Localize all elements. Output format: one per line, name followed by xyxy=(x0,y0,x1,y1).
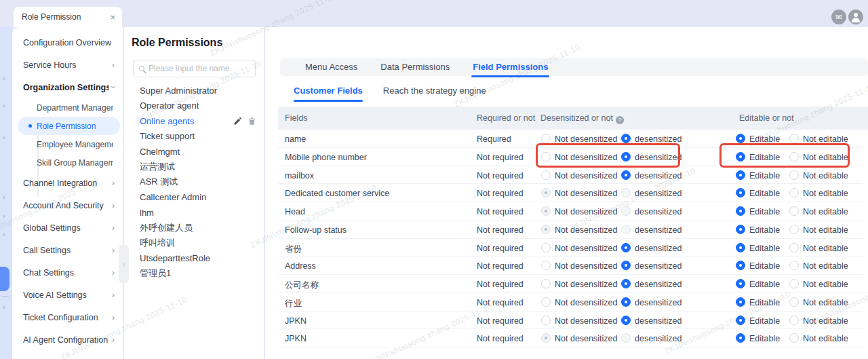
radio-not-editable[interactable] xyxy=(789,188,799,197)
chevron-right-icon: › xyxy=(3,193,5,200)
radio-desensitized[interactable] xyxy=(621,134,631,143)
mail-icon[interactable]: ✉ xyxy=(831,10,846,24)
radio-editable[interactable] xyxy=(736,225,745,234)
sidebar-item-voice-ai-settings[interactable]: Voice AI Settings› xyxy=(12,284,123,306)
role-item-呼叫培训[interactable]: 呼叫培训 xyxy=(124,235,264,251)
tab-data-permissions[interactable]: Data Permissions xyxy=(380,58,450,76)
radio-not-editable[interactable] xyxy=(789,297,799,307)
role-item-super-administrator[interactable]: Super Administrator xyxy=(124,83,264,98)
radio-desensitized[interactable] xyxy=(621,316,631,325)
radio-editable[interactable] xyxy=(736,170,745,180)
radio-desensitized[interactable] xyxy=(621,152,631,162)
radio-not-desensitized[interactable] xyxy=(541,134,551,143)
radio-desensitized[interactable] xyxy=(621,297,631,307)
required-value: Not required xyxy=(477,189,524,198)
radio-editable[interactable] xyxy=(736,188,745,197)
chevron-right-icon: › xyxy=(112,312,115,322)
sidebar-item-label: Channel Integration xyxy=(23,178,109,188)
chevron-right-icon: › xyxy=(3,134,5,140)
radio-not-editable[interactable] xyxy=(789,206,799,216)
radio-editable[interactable] xyxy=(736,297,745,307)
sidebar-item-department-management[interactable]: Department Management xyxy=(18,98,120,117)
edit-role-icon[interactable] xyxy=(233,117,242,126)
radio-desensitized[interactable] xyxy=(621,279,631,288)
desensitized-label: desensitized xyxy=(635,261,682,271)
radio-editable[interactable] xyxy=(736,261,745,270)
sidebar-item-employee-management[interactable]: Employee Management xyxy=(18,135,120,153)
subtab-reach-the-strategy-engine[interactable]: Reach the strategy engine xyxy=(383,86,486,102)
delete-role-icon[interactable] xyxy=(248,117,256,126)
page-tab[interactable]: Role Permission × xyxy=(14,7,122,27)
role-item-ticket-support[interactable]: Ticket support xyxy=(124,129,264,145)
sidebar-item-role-permission[interactable]: Role Permission xyxy=(18,117,120,135)
tab-menu-access[interactable]: Menu Access xyxy=(305,58,357,76)
radio-not-desensitized[interactable] xyxy=(541,243,551,252)
role-item-管理员1[interactable]: 管理员1 xyxy=(124,266,264,282)
table-row: nameRequiredNot desensitizeddesensitized… xyxy=(278,130,863,148)
sidebar-item-ai-agent-configuration[interactable]: AI Agent Configuration› xyxy=(12,328,123,351)
not-desensitized-label: Not desensitized xyxy=(555,189,617,198)
radio-desensitized[interactable] xyxy=(621,243,631,252)
radio-not-desensitized[interactable] xyxy=(541,316,551,325)
sidebar-item-account-and-security[interactable]: Account And Security› xyxy=(12,194,123,216)
radio-editable[interactable] xyxy=(736,206,745,216)
sidebar-item-skill-group-management[interactable]: Skill Group Management xyxy=(18,153,120,172)
rail-active-indicator[interactable] xyxy=(0,267,9,291)
sidebar-item-channel-integration[interactable]: Channel Integration› xyxy=(12,172,123,194)
radio-not-editable[interactable] xyxy=(789,261,799,270)
radio-not-desensitized[interactable] xyxy=(541,170,551,180)
settings-sidebar: Configuration OverviewService Hours›Orga… xyxy=(12,27,123,359)
radio-editable[interactable] xyxy=(736,279,745,288)
radio-not-editable[interactable] xyxy=(789,279,799,288)
avatar-icon[interactable] xyxy=(848,10,863,24)
not-editable-label: Not editable xyxy=(803,334,848,343)
radio-desensitized[interactable] xyxy=(621,170,631,180)
sidebar-item-service-hours[interactable]: Service Hours› xyxy=(12,54,123,76)
radio-editable[interactable] xyxy=(736,134,745,143)
tab-field-permissions[interactable]: Field Permissions xyxy=(473,58,548,76)
radio-editable[interactable] xyxy=(736,316,745,325)
radio-not-editable[interactable] xyxy=(789,170,799,180)
not-desensitized-label: Not desensitized xyxy=(555,261,617,271)
role-item-asr-测试[interactable]: ASR 测试 xyxy=(124,174,264,190)
radio-desensitized[interactable] xyxy=(621,261,631,270)
role-search-box[interactable] xyxy=(133,60,256,77)
header-desensitized-label: Desensitized or not xyxy=(540,113,613,123)
role-item-运营测试[interactable]: 运营测试 xyxy=(124,159,264,175)
sidebar-item-organization-settings[interactable]: Organization Settings› xyxy=(12,76,123,98)
radio-not-desensitized[interactable] xyxy=(541,261,551,270)
sidebar-collapse-handle[interactable]: ‹ xyxy=(119,244,129,284)
radio-not-editable[interactable] xyxy=(789,243,799,252)
not-editable-label: Not editable xyxy=(803,261,848,271)
radio-editable[interactable] xyxy=(736,333,745,343)
role-item-online-agents[interactable]: Online agents xyxy=(124,113,264,129)
role-item-callcenter-admin[interactable]: Callcenter Admin xyxy=(124,190,264,206)
radio-editable[interactable] xyxy=(736,243,745,252)
radio-editable[interactable] xyxy=(736,152,745,162)
role-item-utsdeparttestrole[interactable]: UtsdeparttestRole xyxy=(124,251,264,267)
role-item-lhm[interactable]: lhm xyxy=(124,205,264,221)
radio-not-desensitized[interactable] xyxy=(541,297,551,307)
sidebar-item-customer-profile[interactable]: Customer Profile› xyxy=(12,351,123,359)
search-input[interactable] xyxy=(149,64,243,73)
required-value: Not required xyxy=(477,207,524,216)
sidebar-item-global-settings[interactable]: Global Settings› xyxy=(12,216,123,239)
subtab-customer-fields[interactable]: Customer Fields xyxy=(294,86,363,102)
radio-not-desensitized[interactable] xyxy=(541,152,551,162)
role-item-chelmgmt[interactable]: Chelmgmt xyxy=(124,144,264,159)
radio-not-editable[interactable] xyxy=(789,225,799,234)
tab-close-icon[interactable]: × xyxy=(110,12,115,22)
radio-not-editable[interactable] xyxy=(789,316,799,325)
role-item-外呼创建人员[interactable]: 外呼创建人员 xyxy=(124,221,264,236)
sidebar-item-chat-settings[interactable]: Chat Settings› xyxy=(12,261,123,284)
radio-not-editable[interactable] xyxy=(789,333,799,343)
radio-not-editable[interactable] xyxy=(789,152,799,162)
sidebar-item-configuration-overview[interactable]: Configuration Overview xyxy=(12,31,123,54)
role-item-operator-agent[interactable]: Operator agent xyxy=(124,98,264,114)
chevron-right-icon: › xyxy=(3,231,5,238)
help-icon[interactable]: ? xyxy=(616,116,624,124)
radio-not-desensitized[interactable] xyxy=(541,279,551,288)
sidebar-item-ticket-configuration[interactable]: Ticket Configuration› xyxy=(12,306,123,328)
sidebar-item-call-settings[interactable]: Call Settings› xyxy=(12,239,123,261)
radio-not-editable[interactable] xyxy=(789,134,799,143)
